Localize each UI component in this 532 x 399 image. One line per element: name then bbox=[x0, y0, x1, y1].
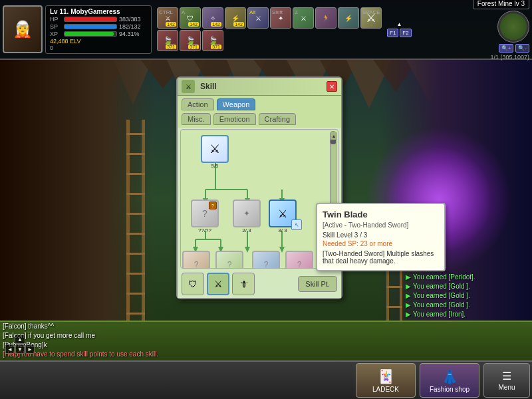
tooltip-skill-level: Skill Level 3 / 3 bbox=[323, 231, 439, 239]
skill-twin-blade[interactable]: ⚔ 3/ 3 ↖ bbox=[269, 200, 297, 233]
nav-left-btn[interactable]: ◄ bbox=[5, 344, 15, 354]
coords: 1/1 (305,1007) bbox=[490, 54, 529, 61]
ely-amount: 42,488 bbox=[50, 38, 68, 45]
bottom-bar: 🃏 LADECK 👗 Fashion shop ☰ Menu bbox=[0, 360, 532, 399]
skill-bot-1[interactable]: ? ??/?? bbox=[182, 251, 210, 269]
skill-window-titlebar: ⚔ Skill ✕ bbox=[178, 78, 341, 96]
hp-bar-bg bbox=[64, 17, 117, 22]
tooltip-title: Twin Blade bbox=[323, 209, 439, 219]
hotbar-slot-ctrl[interactable]: ⚔ CTRL 142 bbox=[157, 7, 178, 29]
earn-arrow-4: ▶ bbox=[406, 301, 411, 310]
fashion-label: Fashion shop bbox=[430, 386, 469, 393]
f2-btn[interactable]: F2 bbox=[400, 29, 411, 37]
fashion-icon: 👗 bbox=[442, 368, 458, 384]
hotbar-slot-space[interactable]: ⚔ SPACE bbox=[360, 7, 382, 29]
skill-bot-2[interactable]: ? ??/?? bbox=[215, 251, 243, 269]
player-portrait: 🧝 bbox=[3, 5, 43, 53]
tooltip-description: [Two-Handed Sword] Multiple slashes that… bbox=[323, 250, 439, 265]
item-slot-3[interactable]: 🍃 371 bbox=[202, 30, 223, 51]
skill-pt-button[interactable]: Skill Pt. bbox=[298, 276, 337, 292]
hp-label: HP bbox=[50, 16, 62, 23]
f1-btn[interactable]: F1 bbox=[387, 29, 398, 37]
weapon-tab-sword[interactable]: ⚔ bbox=[207, 273, 229, 295]
skill-tooltip: Twin Blade [Active - Two-Handed Sword] S… bbox=[316, 203, 446, 271]
item-slot-1[interactable]: 🍃 371 bbox=[157, 30, 178, 51]
chat-msg-1: [Falcon] thanks^^ bbox=[3, 322, 176, 331]
nav-down-btn[interactable]: ▼ bbox=[15, 344, 25, 354]
earn-arrow-3: ▶ bbox=[406, 291, 411, 301]
hotbar-slot-a[interactable]: 🛡 A 142 bbox=[180, 7, 201, 29]
xp-bar-bg bbox=[64, 31, 117, 37]
earn-msg-2: ▶ You earned [Gold ]. bbox=[406, 282, 525, 291]
zoom-out-btn[interactable]: 🔍- bbox=[515, 44, 529, 53]
skill-tree-area: ⚔ 5/5 ? ? ??/?? ✦ 2/ 3 ⚔ 3/ 3 ↖ bbox=[180, 129, 338, 269]
skill-bot-3[interactable]: ? ??/?? bbox=[252, 251, 280, 269]
zero-val: 0 bbox=[50, 45, 147, 51]
player-name: Lv 11. MobyGameress bbox=[50, 8, 147, 15]
earn-arrow-5: ▶ bbox=[406, 310, 411, 319]
hotbar-slot-z[interactable]: ⚔ Z bbox=[293, 7, 314, 29]
skill-window-close-button[interactable]: ✕ bbox=[327, 81, 337, 92]
earn-msg-1: ▶ You earned [Peridot]. bbox=[406, 273, 525, 282]
sp-bar-bg bbox=[64, 24, 117, 29]
weapon-tab-shield[interactable]: 🛡 bbox=[182, 273, 204, 295]
ely-label: ELV bbox=[70, 38, 80, 45]
ladeck-button[interactable]: 🃏 LADECK bbox=[356, 363, 416, 398]
tooltip-type: [Active - Two-Handed Sword] bbox=[323, 221, 439, 229]
skill-bot-4[interactable]: ? ??/?? bbox=[285, 251, 313, 269]
tab-crafting[interactable]: Crafting bbox=[259, 113, 297, 125]
skill-bottom-bar: 🛡 ⚔ 🗡 Skill Pt. bbox=[178, 270, 341, 298]
skill-sword-mastery[interactable]: ⚔ 5/5 bbox=[201, 135, 229, 169]
hotbar-slot-4[interactable]: 🏃 bbox=[315, 7, 336, 29]
hotbar-slot-5[interactable]: ⚡ bbox=[338, 7, 359, 29]
skill-window-icon: ⚔ bbox=[182, 80, 195, 93]
top-hud: 🧝 Lv 11. MobyGameress HP 383/383 SP 182/… bbox=[0, 0, 532, 60]
skill-mid-left[interactable]: ? ? ??/?? bbox=[191, 200, 219, 233]
hotbar-slot-3[interactable]: ⚡ 142 bbox=[225, 7, 246, 29]
nav-right-btn[interactable]: ► bbox=[25, 344, 35, 354]
zoom-in-btn[interactable]: 🔍+ bbox=[499, 44, 514, 53]
svg-marker-34 bbox=[245, 247, 250, 253]
sp-bar-fill bbox=[65, 25, 116, 29]
tab-emoticon[interactable]: Emoticon bbox=[213, 113, 256, 125]
nav-arrows: ▲ ◄ ▼ ► bbox=[5, 334, 35, 354]
xp-label: XP bbox=[50, 31, 62, 37]
svg-marker-36 bbox=[279, 247, 285, 253]
earn-arrow-2: ▶ bbox=[406, 282, 411, 291]
ladeck-label: LADECK bbox=[372, 386, 399, 393]
nav-up-btn[interactable]: ▲ bbox=[15, 334, 25, 344]
mini-map[interactable] bbox=[497, 11, 529, 43]
hotbar-row-1: ⚔ CTRL 142 🛡 A 142 ✧ 142 ⚡ 142 ⚔ Alt bbox=[157, 7, 382, 29]
earn-msg-5: ▶ You earned [Iron]. bbox=[406, 310, 525, 319]
tooltip-needed-sp: Needed SP: 23 or more bbox=[323, 240, 439, 247]
tab-action[interactable]: Action bbox=[182, 98, 214, 110]
xp-value: 94.31% bbox=[119, 31, 140, 37]
hotbar-slot-alt[interactable]: ⚔ Alt bbox=[247, 7, 269, 29]
hotbar-slot-shift[interactable]: ✦ Shift bbox=[270, 7, 291, 29]
earn-arrow-1: ▶ bbox=[406, 273, 411, 282]
item-slot-2[interactable]: 🍃 371 bbox=[180, 30, 201, 51]
scroll-up-btn[interactable]: ▲ bbox=[331, 132, 337, 140]
menu-button[interactable]: ☰ Menu bbox=[483, 363, 530, 398]
player-stats-panel: Lv 11. MobyGameress HP 383/383 SP 182/13… bbox=[45, 5, 152, 54]
hp-value: 383/383 bbox=[119, 16, 141, 23]
menu-label: Menu bbox=[498, 384, 515, 391]
skill-mid-center[interactable]: ✦ 2/ 3 bbox=[233, 200, 261, 233]
xp-bar-fill bbox=[65, 32, 114, 36]
menu-icon: ☰ bbox=[502, 370, 511, 382]
earn-msg-3: ▶ You earned [Gold ]. bbox=[406, 291, 525, 301]
tab-misc[interactable]: Misc. bbox=[182, 113, 211, 125]
sp-value: 182/132 bbox=[119, 23, 141, 30]
location-name: Forest Mine lv 3 bbox=[473, 0, 529, 9]
earn-msg-4: ▶ You earned [Gold ]. bbox=[406, 301, 525, 310]
weapon-tab-dagger[interactable]: 🗡 bbox=[232, 273, 255, 295]
skill-window-title: Skill bbox=[200, 82, 217, 91]
hotbar-row-2: 🍃 371 🍃 371 🍃 371 bbox=[157, 30, 382, 51]
earn-log: ▶ You earned [Peridot]. ▶ You earned [Go… bbox=[406, 273, 525, 319]
hotbar-slot-2[interactable]: ✧ 142 bbox=[202, 7, 223, 29]
fashion-shop-button[interactable]: 👗 Fashion shop bbox=[420, 363, 479, 398]
hp-bar-fill bbox=[65, 17, 116, 21]
tab-weapon[interactable]: Weapon bbox=[217, 98, 256, 110]
sp-label: SP bbox=[50, 23, 62, 30]
skill-tabs: Action Weapon bbox=[178, 96, 341, 112]
